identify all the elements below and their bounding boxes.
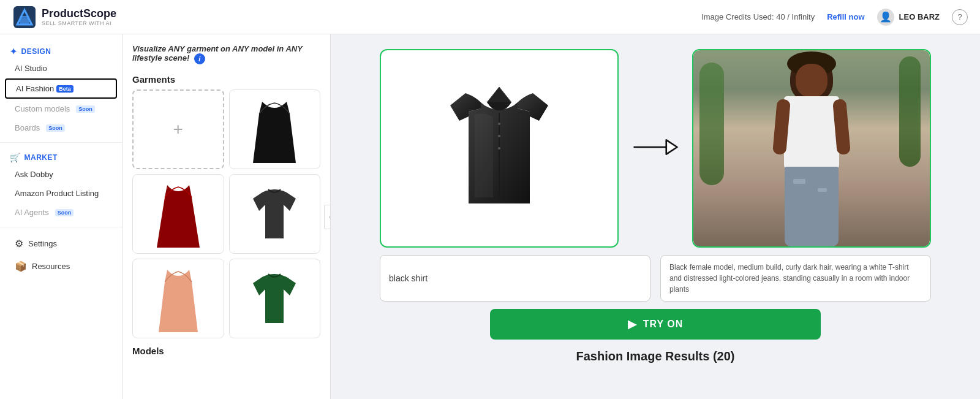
sidebar-item-settings[interactable]: ⚙ Settings bbox=[5, 233, 117, 254]
info-icon[interactable]: i bbox=[194, 53, 205, 64]
result-image-card bbox=[692, 49, 931, 248]
sidebar-item-ai-studio[interactable]: AI Studio bbox=[5, 59, 117, 77]
ai-fashion-badge: Beta bbox=[56, 85, 74, 93]
play-icon: ▶ bbox=[628, 317, 637, 331]
try-on-button[interactable]: ▶ TRY ON bbox=[490, 309, 821, 340]
sidebar-item-ask-dobby[interactable]: Ask Dobby bbox=[5, 165, 117, 183]
sidebar: ✦ DESIGN AI Studio AI Fashion Beta Custo… bbox=[0, 34, 123, 399]
sidebar-divider-1 bbox=[0, 142, 122, 143]
input-area: Black female model, medium build, curly … bbox=[380, 255, 931, 302]
garment-image-card[interactable] bbox=[380, 49, 619, 248]
svg-point-4 bbox=[498, 123, 500, 125]
red-dress-svg bbox=[154, 180, 203, 248]
panel-tagline: Visualize ANY garment on ANY model in AN… bbox=[132, 44, 320, 64]
sidebar-item-custom-models: Custom models Soon bbox=[5, 100, 117, 118]
sidebar-market-section: 🛒 MARKET bbox=[0, 148, 122, 165]
ai-agents-label: AI Agents bbox=[15, 208, 49, 217]
black-dress-svg bbox=[250, 96, 299, 163]
garment-card-red-dress[interactable] bbox=[132, 174, 224, 254]
garments-grid: + bbox=[132, 89, 320, 338]
panel-collapse-handle[interactable]: ⟨ bbox=[324, 205, 331, 229]
results-title: Fashion Image Results (20) bbox=[576, 349, 735, 363]
selected-black-shirt-svg bbox=[438, 75, 560, 222]
sidebar-divider-2 bbox=[0, 227, 122, 227]
user-avatar-icon: 👤 bbox=[877, 9, 894, 26]
ask-dobby-label: Ask Dobby bbox=[15, 170, 53, 179]
sidebar-design-section: ✦ DESIGN bbox=[0, 42, 122, 59]
user-area[interactable]: 👤 LEO BARZ bbox=[877, 9, 940, 26]
add-plus-icon: + bbox=[173, 120, 183, 139]
green-shirt-svg bbox=[247, 271, 302, 326]
credits-display: Image Credits Used: 40 / Infinity bbox=[701, 12, 815, 21]
peach-dress-svg bbox=[154, 265, 203, 332]
market-section-icon: 🛒 bbox=[10, 153, 21, 162]
svg-point-6 bbox=[498, 147, 500, 150]
market-section-label: MARKET bbox=[24, 153, 58, 162]
garment-card-peach-dress[interactable] bbox=[132, 259, 224, 338]
garment-label-input[interactable] bbox=[380, 255, 650, 302]
tagline-text: Visualize ANY garment on ANY model in AN… bbox=[132, 44, 303, 63]
garment-card-black-dress[interactable] bbox=[229, 89, 321, 169]
app-header: ProductScope SELL SMARTER WITH AI Image … bbox=[0, 0, 980, 34]
ai-fashion-label: AI Fashion bbox=[16, 84, 54, 93]
logo-text: ProductScope SELL SMARTER WITH AI bbox=[42, 7, 116, 26]
arrow-area bbox=[631, 132, 680, 165]
transform-arrow-icon bbox=[631, 132, 680, 162]
garment-card-black-shirt[interactable] bbox=[229, 174, 321, 254]
custom-models-label: Custom models bbox=[15, 104, 70, 113]
custom-models-badge: Soon bbox=[76, 105, 95, 113]
main-content: Black female model, medium build, curly … bbox=[331, 34, 980, 399]
header-right: Image Credits Used: 40 / Infinity Refill… bbox=[701, 9, 968, 26]
garment-add-card[interactable]: + bbox=[132, 89, 224, 169]
sidebar-item-amazon-listing[interactable]: Amazon Product Listing bbox=[5, 184, 117, 202]
resources-icon: 📦 bbox=[15, 260, 27, 272]
refill-link[interactable]: Refill now bbox=[827, 12, 864, 21]
selected-garment-display bbox=[381, 50, 617, 246]
try-on-label: TRY ON bbox=[643, 319, 684, 330]
black-shirt-svg bbox=[247, 186, 302, 241]
garments-panel: Visualize ANY garment on ANY model in AN… bbox=[123, 34, 331, 399]
settings-label: Settings bbox=[28, 239, 57, 248]
ai-agents-badge: Soon bbox=[55, 209, 74, 216]
design-section-label: DESIGN bbox=[21, 47, 51, 56]
boards-badge: Soon bbox=[46, 124, 65, 132]
main-layout: ✦ DESIGN AI Studio AI Fashion Beta Custo… bbox=[0, 34, 980, 399]
ai-studio-label: AI Studio bbox=[15, 64, 47, 73]
settings-gear-icon: ⚙ bbox=[15, 238, 23, 249]
logo-icon bbox=[12, 5, 37, 29]
amazon-listing-label: Amazon Product Listing bbox=[15, 189, 99, 198]
help-icon[interactable]: ? bbox=[952, 9, 968, 25]
user-name: LEO BARZ bbox=[899, 12, 940, 21]
try-on-area bbox=[380, 49, 931, 248]
svg-rect-2 bbox=[20, 16, 29, 25]
sidebar-item-resources[interactable]: 📦 Resources bbox=[5, 256, 117, 277]
resources-label: Resources bbox=[32, 262, 70, 271]
logo: ProductScope SELL SMARTER WITH AI bbox=[12, 5, 116, 29]
design-section-icon: ✦ bbox=[10, 47, 18, 56]
models-section-title: Models bbox=[132, 346, 320, 356]
svg-point-5 bbox=[498, 135, 500, 137]
sidebar-item-boards: Boards Soon bbox=[5, 119, 117, 137]
logo-main-text: ProductScope bbox=[42, 7, 116, 20]
boards-label: Boards bbox=[15, 123, 40, 132]
sidebar-item-ai-agents: AI Agents Soon bbox=[5, 203, 117, 221]
model-description-box: Black female model, medium build, curly … bbox=[660, 255, 931, 302]
logo-sub-text: SELL SMARTER WITH AI bbox=[42, 20, 116, 26]
garments-section-title: Garments bbox=[132, 74, 320, 85]
garment-card-green-shirt[interactable] bbox=[229, 259, 321, 338]
sidebar-item-ai-fashion[interactable]: AI Fashion Beta bbox=[5, 78, 117, 99]
try-on-btn-row: ▶ TRY ON bbox=[380, 309, 931, 340]
